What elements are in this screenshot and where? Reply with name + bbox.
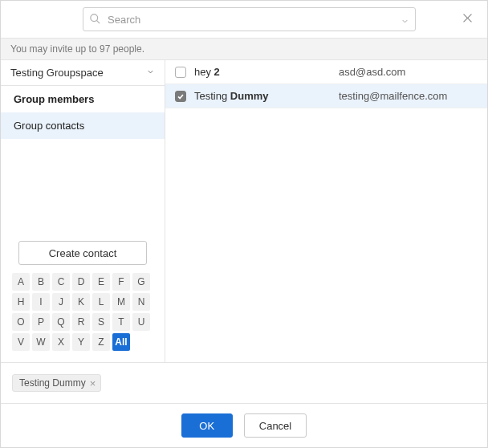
alpha-m[interactable]: M bbox=[112, 293, 130, 311]
contact-name: Testing Dummy bbox=[194, 90, 339, 102]
group-select-label: Testing Groupspace bbox=[10, 67, 104, 79]
create-contact-button[interactable]: Create contact bbox=[18, 241, 147, 265]
info-text: You may invite up to 97 people. bbox=[10, 43, 144, 55]
contact-email: asd@asd.com bbox=[339, 66, 405, 78]
alpha-f[interactable]: F bbox=[112, 273, 130, 291]
alpha-z[interactable]: Z bbox=[92, 333, 110, 351]
group-select[interactable]: Testing Groupspace bbox=[1, 60, 165, 86]
checkbox[interactable] bbox=[175, 67, 186, 78]
alpha-p[interactable]: P bbox=[32, 313, 50, 331]
alphabet-index: ABCDEFGHIJKLMNOPQRSTUVWXYZAll bbox=[12, 273, 153, 351]
ok-button[interactable]: OK bbox=[181, 413, 233, 438]
alpha-b[interactable]: B bbox=[32, 273, 50, 291]
search-wrap bbox=[83, 7, 416, 31]
checkbox[interactable] bbox=[175, 91, 186, 102]
alpha-i[interactable]: I bbox=[32, 293, 50, 311]
chip-label: Testing Dummy bbox=[19, 377, 86, 389]
alpha-e[interactable]: E bbox=[92, 273, 110, 291]
sidebar-bottom: Create contact ABCDEFGHIJKLMNOPQRSTUVWXY… bbox=[1, 234, 165, 362]
close-icon bbox=[461, 15, 474, 27]
sidebar-item-group-members[interactable]: Group members bbox=[1, 86, 165, 112]
alpha-g[interactable]: G bbox=[132, 273, 150, 291]
alpha-d[interactable]: D bbox=[72, 273, 90, 291]
alpha-w[interactable]: W bbox=[32, 333, 50, 351]
sidebar-item-group-contacts[interactable]: Group contacts bbox=[1, 112, 165, 139]
alpha-u[interactable]: U bbox=[132, 313, 150, 331]
info-bar: You may invite up to 97 people. bbox=[1, 38, 487, 60]
chip-remove-icon[interactable]: × bbox=[90, 378, 96, 389]
alpha-x[interactable]: X bbox=[52, 333, 70, 351]
top-bar bbox=[1, 1, 487, 38]
sidebar: Testing Groupspace Group membersGroup co… bbox=[1, 60, 165, 362]
alpha-t[interactable]: T bbox=[112, 313, 130, 331]
alpha-q[interactable]: Q bbox=[52, 313, 70, 331]
alpha-y[interactable]: Y bbox=[72, 333, 90, 351]
alpha-c[interactable]: C bbox=[52, 273, 70, 291]
svg-point-0 bbox=[91, 14, 98, 22]
footer: OK Cancel bbox=[1, 403, 487, 447]
alpha-k[interactable]: K bbox=[72, 293, 90, 311]
alpha-h[interactable]: H bbox=[12, 293, 30, 311]
alpha-l[interactable]: L bbox=[92, 293, 110, 311]
alpha-v[interactable]: V bbox=[12, 333, 30, 351]
alpha-r[interactable]: R bbox=[72, 313, 90, 331]
contacts-list: hey 2asd@asd.comTesting Dummytesting@mai… bbox=[165, 60, 487, 362]
alpha-o[interactable]: O bbox=[12, 313, 30, 331]
search-input[interactable] bbox=[83, 7, 416, 31]
alpha-n[interactable]: N bbox=[132, 293, 150, 311]
chevron-down-icon bbox=[146, 67, 155, 79]
selected-chips: Testing Dummy× bbox=[1, 362, 487, 403]
contact-row[interactable]: Testing Dummytesting@mailfence.com bbox=[165, 84, 487, 108]
chip: Testing Dummy× bbox=[12, 374, 101, 392]
cancel-button[interactable]: Cancel bbox=[244, 413, 307, 438]
close-button[interactable] bbox=[458, 8, 478, 31]
nav-list: Group membersGroup contacts bbox=[1, 86, 165, 139]
svg-line-1 bbox=[96, 20, 100, 23]
contact-name: hey 2 bbox=[194, 66, 339, 78]
invite-dialog: You may invite up to 97 people. Testing … bbox=[0, 0, 488, 448]
contact-email: testing@mailfence.com bbox=[339, 90, 447, 102]
contact-row[interactable]: hey 2asd@asd.com bbox=[165, 60, 487, 84]
middle: Testing Groupspace Group membersGroup co… bbox=[1, 60, 487, 362]
alpha-a[interactable]: A bbox=[12, 273, 30, 291]
search-icon bbox=[89, 13, 101, 28]
alpha-s[interactable]: S bbox=[92, 313, 110, 331]
alpha-all[interactable]: All bbox=[112, 333, 130, 351]
alpha-j[interactable]: J bbox=[52, 293, 70, 311]
